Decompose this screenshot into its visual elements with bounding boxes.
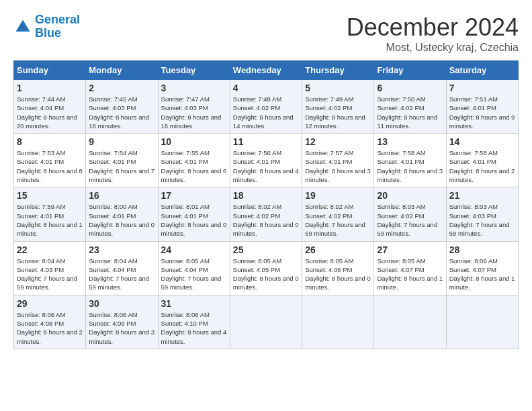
day-info: Sunrise: 7:48 AM Sunset: 4:02 PM Dayligh…	[233, 95, 299, 130]
col-thursday: Thursday	[302, 61, 374, 80]
day-number: 13	[377, 136, 443, 147]
daylight-label: Daylight: 8 hours and 0 minutes.	[161, 221, 227, 237]
sunrise-label: Sunrise: 8:05 AM	[377, 257, 425, 265]
daylight-label: Daylight: 8 hours and 1 minute.	[449, 275, 515, 291]
day-info: Sunrise: 8:02 AM Sunset: 4:02 PM Dayligh…	[233, 202, 299, 238]
day-number: 3	[161, 83, 227, 93]
daylight-label: Daylight: 8 hours and 18 minutes.	[89, 113, 149, 130]
daylight-label: Daylight: 8 hours and 14 minutes.	[233, 113, 294, 130]
sunset-label: Sunset: 4:01 PM	[17, 158, 64, 165]
day-info: Sunrise: 7:50 AM Sunset: 4:02 PM Dayligh…	[377, 95, 443, 130]
day-info: Sunrise: 7:56 AM Sunset: 4:01 PM Dayligh…	[233, 148, 299, 184]
day-number: 30	[89, 298, 154, 309]
day-number: 24	[161, 244, 227, 255]
sunrise-label: Sunrise: 8:06 AM	[17, 311, 65, 318]
daylight-label: Daylight: 8 hours and 12 minutes.	[305, 113, 365, 130]
day-info: Sunrise: 8:05 AM Sunset: 4:07 PM Dayligh…	[377, 257, 443, 292]
calendar-row: 15 Sunrise: 7:59 AM Sunset: 4:01 PM Dayl…	[14, 187, 519, 241]
day-number: 20	[377, 190, 443, 201]
calendar-cell: 11 Sunrise: 7:56 AM Sunset: 4:01 PM Dayl…	[230, 134, 302, 187]
daylight-label: Daylight: 7 hours and 59 minutes.	[161, 275, 222, 291]
daylight-label: Daylight: 8 hours and 20 minutes.	[17, 113, 77, 130]
day-info: Sunrise: 7:54 AM Sunset: 4:01 PM Dayligh…	[89, 148, 154, 184]
daylight-label: Daylight: 8 hours and 3 minutes.	[305, 167, 371, 183]
calendar-cell: 2 Sunrise: 7:45 AM Sunset: 4:03 PM Dayli…	[86, 80, 158, 134]
logo-line1: General	[35, 13, 80, 26]
sunset-label: Sunset: 4:02 PM	[233, 212, 280, 220]
day-info: Sunrise: 7:51 AM Sunset: 4:01 PM Dayligh…	[449, 95, 515, 130]
day-number: 26	[305, 244, 371, 255]
day-info: Sunrise: 8:02 AM Sunset: 4:02 PM Dayligh…	[305, 202, 371, 238]
month-title: December 2024	[347, 13, 519, 42]
calendar-row: 1 Sunrise: 7:44 AM Sunset: 4:04 PM Dayli…	[14, 80, 519, 134]
sunset-label: Sunset: 4:01 PM	[233, 158, 280, 165]
day-info: Sunrise: 8:05 AM Sunset: 4:04 PM Dayligh…	[161, 257, 227, 292]
daylight-label: Daylight: 8 hours and 1 minute.	[17, 221, 83, 237]
day-number: 7	[449, 83, 515, 93]
sunset-label: Sunset: 4:07 PM	[377, 266, 424, 273]
calendar-cell: 16 Sunrise: 8:00 AM Sunset: 4:01 PM Dayl…	[86, 187, 158, 241]
sunset-label: Sunset: 4:04 PM	[161, 266, 208, 273]
sunset-label: Sunset: 4:01 PM	[89, 212, 136, 220]
calendar-cell	[302, 295, 374, 349]
sunset-label: Sunset: 4:01 PM	[449, 158, 496, 165]
day-info: Sunrise: 8:03 AM Sunset: 4:02 PM Dayligh…	[377, 202, 443, 238]
col-wednesday: Wednesday	[230, 61, 302, 80]
calendar-cell: 9 Sunrise: 7:54 AM Sunset: 4:01 PM Dayli…	[86, 134, 158, 187]
sunset-label: Sunset: 4:02 PM	[305, 212, 352, 220]
daylight-label: Daylight: 8 hours and 4 minutes.	[233, 167, 299, 183]
col-saturday: Saturday	[446, 61, 518, 80]
calendar-cell: 18 Sunrise: 8:02 AM Sunset: 4:02 PM Dayl…	[230, 187, 302, 241]
day-number: 21	[449, 190, 515, 201]
sunset-label: Sunset: 4:10 PM	[161, 320, 208, 327]
sunset-label: Sunset: 4:01 PM	[377, 158, 424, 165]
title-block: December 2024 Most, Ustecky kraj, Czechi…	[347, 13, 519, 54]
calendar-cell: 17 Sunrise: 8:01 AM Sunset: 4:01 PM Dayl…	[158, 187, 230, 241]
logo-icon	[13, 17, 32, 36]
day-number: 2	[89, 83, 154, 93]
calendar-cell: 14 Sunrise: 7:58 AM Sunset: 4:01 PM Dayl…	[446, 134, 518, 187]
sunrise-label: Sunrise: 7:44 AM	[17, 95, 65, 103]
day-number: 12	[305, 136, 371, 147]
sunrise-label: Sunrise: 7:57 AM	[305, 149, 353, 156]
day-info: Sunrise: 8:00 AM Sunset: 4:01 PM Dayligh…	[89, 202, 154, 238]
sunset-label: Sunset: 4:08 PM	[17, 320, 64, 327]
sunset-label: Sunset: 4:01 PM	[305, 158, 352, 165]
page-header: General Blue December 2024 Most, Ustecky…	[13, 13, 519, 54]
calendar-cell: 10 Sunrise: 7:55 AM Sunset: 4:01 PM Dayl…	[158, 134, 230, 187]
daylight-label: Daylight: 8 hours and 0 minutes.	[233, 275, 299, 291]
day-number: 29	[17, 298, 83, 309]
sunrise-label: Sunrise: 8:06 AM	[89, 311, 137, 318]
col-monday: Monday	[86, 61, 158, 80]
col-friday: Friday	[374, 61, 446, 80]
sunrise-label: Sunrise: 7:58 AM	[449, 149, 498, 156]
day-number: 27	[377, 244, 443, 255]
day-info: Sunrise: 7:49 AM Sunset: 4:02 PM Dayligh…	[305, 95, 371, 130]
day-number: 22	[17, 244, 83, 255]
sunrise-label: Sunrise: 8:02 AM	[305, 203, 353, 210]
day-info: Sunrise: 7:44 AM Sunset: 4:04 PM Dayligh…	[17, 95, 83, 130]
sunrise-label: Sunrise: 7:47 AM	[161, 95, 210, 103]
calendar-cell: 28 Sunrise: 8:06 AM Sunset: 4:07 PM Dayl…	[446, 241, 518, 295]
sunrise-label: Sunrise: 8:05 AM	[161, 257, 210, 265]
daylight-label: Daylight: 8 hours and 7 minutes.	[89, 167, 154, 183]
day-number: 18	[233, 190, 299, 201]
calendar-cell: 7 Sunrise: 7:51 AM Sunset: 4:01 PM Dayli…	[446, 80, 518, 134]
calendar-cell: 3 Sunrise: 7:47 AM Sunset: 4:03 PM Dayli…	[158, 80, 230, 134]
sunset-label: Sunset: 4:03 PM	[89, 104, 136, 111]
day-info: Sunrise: 7:58 AM Sunset: 4:01 PM Dayligh…	[377, 148, 443, 184]
daylight-label: Daylight: 8 hours and 3 minutes.	[89, 328, 154, 345]
daylight-label: Daylight: 8 hours and 0 minutes.	[89, 221, 154, 237]
day-info: Sunrise: 8:03 AM Sunset: 4:03 PM Dayligh…	[449, 202, 515, 238]
sunset-label: Sunset: 4:09 PM	[89, 320, 136, 327]
day-info: Sunrise: 8:04 AM Sunset: 4:04 PM Dayligh…	[89, 257, 154, 292]
day-number: 15	[17, 190, 83, 201]
daylight-label: Daylight: 8 hours and 0 minutes.	[233, 221, 299, 237]
daylight-label: Daylight: 7 hours and 59 minutes.	[305, 221, 365, 237]
day-number: 1	[17, 83, 83, 93]
day-number: 5	[305, 83, 371, 93]
calendar-cell: 24 Sunrise: 8:05 AM Sunset: 4:04 PM Dayl…	[158, 241, 230, 295]
day-info: Sunrise: 8:05 AM Sunset: 4:06 PM Dayligh…	[305, 257, 371, 292]
day-info: Sunrise: 8:06 AM Sunset: 4:07 PM Dayligh…	[449, 257, 515, 292]
day-info: Sunrise: 7:53 AM Sunset: 4:01 PM Dayligh…	[17, 148, 83, 184]
